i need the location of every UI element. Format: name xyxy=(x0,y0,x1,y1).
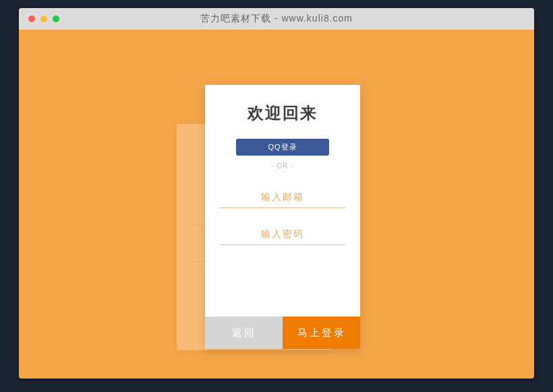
card-footer: 返回 马上登录 xyxy=(205,317,360,349)
card-body: 欢迎回来 QQ登录 - OR - xyxy=(205,85,360,317)
password-field[interactable] xyxy=(220,223,345,245)
login-button[interactable]: 马上登录 xyxy=(283,317,360,349)
card-title: 欢迎回来 xyxy=(220,102,345,124)
close-icon[interactable] xyxy=(28,15,35,22)
titlebar: 苦力吧素材下载 - www.kuli8.com xyxy=(19,8,534,30)
login-card: 欢迎回来 QQ登录 - OR - 返回 马上登录 xyxy=(205,85,360,349)
browser-window: 苦力吧素材下载 - www.kuli8.com 欢迎回来 QQ登录 - OR -… xyxy=(19,8,534,379)
back-button[interactable]: 返回 xyxy=(205,317,283,349)
window-title: 苦力吧素材下载 - www.kuli8.com xyxy=(19,13,534,25)
minimize-icon[interactable] xyxy=(40,15,47,22)
traffic-lights xyxy=(19,15,59,22)
maximize-icon[interactable] xyxy=(53,15,59,22)
email-field[interactable] xyxy=(220,186,345,208)
content-area: 欢迎回来 QQ登录 - OR - 返回 马上登录 xyxy=(19,30,534,379)
qq-login-button[interactable]: QQ登录 xyxy=(236,139,329,156)
or-divider: - OR - xyxy=(220,162,345,170)
